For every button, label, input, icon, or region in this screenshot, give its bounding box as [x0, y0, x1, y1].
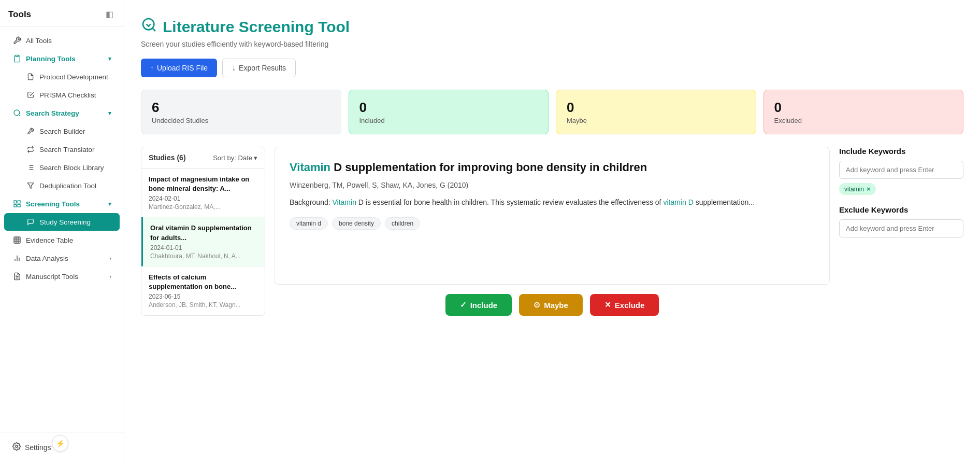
sidebar-item-all-tools[interactable]: All Tools	[4, 32, 120, 49]
study-item[interactable]: Impact of magnesium intake on bone miner…	[141, 169, 265, 217]
sidebar-item-deduplication-tool[interactable]: Deduplication Tool	[4, 177, 120, 194]
search-builder-icon	[26, 127, 35, 136]
include-label: Include	[470, 301, 498, 310]
sidebar-item-protocol-development[interactable]: Protocol Development	[4, 68, 120, 86]
study-item[interactable]: Oral vitamin D supplementation for adult…	[141, 217, 265, 266]
deduplication-tool-label: Deduplication Tool	[39, 182, 96, 190]
sidebar-item-search-translator[interactable]: Search Translator	[4, 141, 120, 158]
article-panel: Vitamin D supplementation for improving …	[275, 147, 830, 285]
undecided-count: 6	[152, 100, 330, 116]
toolbar: ↑ Upload RIS File ↓ Export Results	[141, 59, 963, 77]
study-title: Impact of magnesium intake on bone miner…	[149, 175, 257, 193]
settings-icon	[12, 442, 21, 452]
svg-rect-13	[14, 204, 17, 207]
content-row: Studies (6) Sort by: Date ▾ Impact of ma…	[141, 147, 963, 316]
exclude-button[interactable]: ✕ Exclude	[590, 294, 659, 316]
studies-count-label: Studies (6)	[149, 153, 186, 162]
search-strategy-icon	[12, 108, 22, 118]
svg-point-24	[16, 445, 18, 447]
manuscript-tools-icon	[12, 272, 22, 281]
sidebar-item-search-strategy[interactable]: Search Strategy ▾	[4, 104, 120, 122]
svg-line-26	[152, 28, 155, 31]
sidebar: Tools ◧ All Tools Planning Tools ▾ Proto…	[0, 0, 124, 462]
svg-rect-12	[18, 204, 20, 207]
stat-card-included: 0 Included	[349, 90, 549, 134]
data-analysis-arrow-icon: ›	[109, 255, 111, 261]
search-translator-label: Search Translator	[39, 146, 95, 153]
undecided-label: Undecided Studies	[152, 117, 330, 124]
svg-point-1	[14, 110, 20, 116]
article-title-highlight: Vitamin	[290, 161, 330, 174]
dedup-icon	[26, 181, 35, 190]
lightning-button[interactable]: ⚡	[52, 435, 68, 452]
article-tags: vitamin d bone density children	[290, 217, 815, 230]
sidebar-item-data-analysis[interactable]: Data Analysis ›	[4, 249, 120, 267]
include-check-icon: ✓	[460, 300, 467, 310]
upload-icon: ↑	[150, 64, 154, 72]
planning-tools-chevron-icon: ▾	[108, 55, 111, 62]
include-keyword-input[interactable]	[839, 161, 963, 179]
include-button[interactable]: ✓ Include	[445, 294, 512, 316]
stats-row: 6 Undecided Studies 0 Included 0 Maybe 0…	[141, 90, 963, 134]
sidebar-item-prisma-checklist[interactable]: PRISMA Checklist	[4, 86, 120, 104]
page-subtitle: Screen your studies efficiently with key…	[141, 40, 963, 48]
exclude-x-icon: ✕	[604, 300, 611, 310]
svg-rect-11	[18, 201, 20, 203]
maybe-button[interactable]: ⊙ Maybe	[519, 294, 583, 316]
sidebar-item-search-block-library[interactable]: Search Block Library	[4, 159, 120, 176]
manuscript-tools-label: Manuscript Tools	[26, 273, 78, 281]
translator-icon	[26, 145, 35, 154]
keywords-panel: Include Keywords vitamin × Exclude Keywo…	[839, 147, 963, 316]
studies-panel-header: Studies (6) Sort by: Date ▾	[141, 147, 265, 169]
studies-list: Impact of magnesium intake on bone miner…	[141, 169, 265, 315]
maybe-count: 0	[567, 100, 745, 116]
maybe-icon: ⊙	[534, 300, 540, 310]
exclude-keyword-input[interactable]	[839, 219, 963, 237]
sidebar-item-study-screening[interactable]: Study Screening	[4, 213, 120, 231]
page-header: Literature Screening Tool Screen your st…	[141, 17, 963, 48]
study-authors: Martinez-Gonzalez, MA,...	[149, 203, 257, 211]
maybe-label: Maybe	[544, 301, 568, 310]
protocol-development-label: Protocol Development	[39, 73, 108, 81]
evidence-table-icon	[12, 235, 22, 245]
article-tag: bone density	[332, 217, 381, 230]
studies-panel: Studies (6) Sort by: Date ▾ Impact of ma…	[141, 147, 265, 316]
study-screening-label: Study Screening	[39, 218, 91, 226]
sort-chevron-icon: ▾	[254, 154, 257, 162]
sidebar-item-screening-tools[interactable]: Screening Tools ▾	[4, 195, 120, 213]
article-title: Vitamin D supplementation for improving …	[290, 160, 815, 176]
include-keywords-section: Include Keywords vitamin ×	[839, 147, 963, 195]
exclude-keywords-label: Exclude Keywords	[839, 205, 963, 214]
wrench-icon	[12, 36, 22, 45]
study-title: Effects of calcium supplementation on bo…	[149, 273, 257, 291]
sort-button[interactable]: Sort by: Date ▾	[213, 154, 257, 162]
article-tag: children	[385, 217, 420, 230]
screening-tools-icon	[12, 199, 22, 208]
study-screening-icon	[26, 217, 35, 227]
sidebar-collapse-button[interactable]: ◧	[104, 8, 116, 20]
included-label: Included	[359, 117, 538, 124]
sidebar-item-manuscript-tools[interactable]: Manuscript Tools ›	[4, 268, 120, 285]
include-keywords-label: Include Keywords	[839, 147, 963, 156]
sidebar-header: Tools ◧	[0, 0, 124, 27]
study-item[interactable]: Effects of calcium supplementation on bo…	[141, 267, 265, 315]
all-tools-label: All Tools	[26, 37, 111, 45]
sidebar-item-search-builder[interactable]: Search Builder	[4, 122, 120, 140]
page-title-row: Literature Screening Tool	[141, 17, 963, 37]
sidebar-title: Tools	[8, 9, 31, 20]
search-builder-label: Search Builder	[39, 128, 85, 135]
export-results-button[interactable]: ↓ Export Results	[222, 59, 296, 77]
settings-label: Settings	[25, 443, 51, 452]
manuscript-tools-arrow-icon: ›	[109, 273, 111, 279]
sidebar-item-planning-tools[interactable]: Planning Tools ▾	[4, 50, 120, 67]
keyword-tag-remove[interactable]: ×	[867, 185, 871, 193]
upload-ris-button[interactable]: ↑ Upload RIS File	[141, 59, 217, 77]
action-buttons: ✓ Include ⊙ Maybe ✕ Exclude	[275, 292, 830, 316]
planning-tools-label: Planning Tools	[26, 55, 104, 63]
sidebar-item-evidence-table[interactable]: Evidence Table	[4, 231, 120, 249]
excluded-count: 0	[774, 100, 953, 116]
stat-card-maybe: 0 Maybe	[556, 90, 756, 134]
article-title-rest: D supplementation for improving bone den…	[330, 161, 647, 174]
sort-label: Sort by: Date	[213, 154, 252, 162]
export-label: Export Results	[239, 64, 286, 72]
